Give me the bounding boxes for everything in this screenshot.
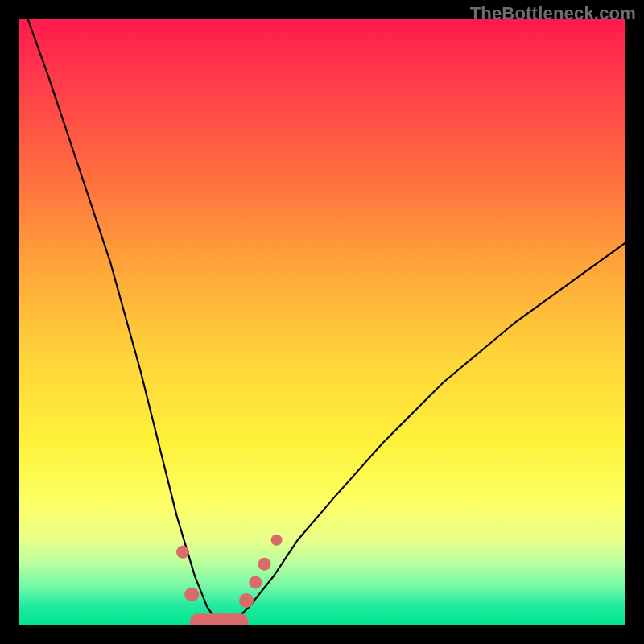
curve-marker-dot xyxy=(184,587,199,601)
curve-marker-dot xyxy=(258,558,271,571)
curve-marker-dot xyxy=(271,535,283,546)
curve-marker-dot xyxy=(176,546,189,559)
watermark-text: TheBottleneck.com xyxy=(470,3,636,24)
chart-plot-area xyxy=(19,19,625,625)
curve-marker-dot xyxy=(249,576,262,588)
bottleneck-curve xyxy=(19,19,625,625)
curve-markers xyxy=(176,535,283,608)
chart-svg xyxy=(19,19,625,625)
curve-marker-dot xyxy=(239,593,254,608)
